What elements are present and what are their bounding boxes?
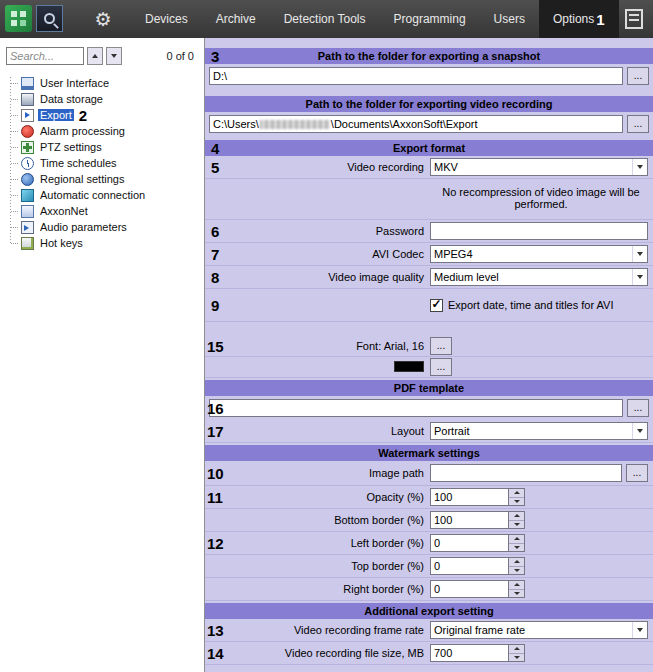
selected-value: MPEG4 — [431, 248, 632, 260]
spin-down-button[interactable] — [509, 544, 524, 552]
video-search-tool-button[interactable] — [36, 5, 63, 32]
right-border-input[interactable] — [431, 581, 508, 597]
path-suffix: \Documents\AxxonSoft\Export — [331, 118, 478, 130]
clock-icon — [21, 157, 34, 170]
color-picker-button[interactable]: ... — [430, 358, 452, 376]
opacity-input[interactable] — [431, 489, 508, 505]
menu-users[interactable]: Users — [480, 0, 539, 38]
storage-icon — [21, 93, 34, 106]
top-border-row: Top border (%) — [205, 555, 653, 578]
sidebar-item-automatic-connection[interactable]: Automatic connection — [0, 187, 204, 203]
pdf-template-browse-button[interactable]: ... — [627, 399, 649, 417]
left-border-input[interactable] — [431, 535, 508, 551]
video-recording-row: 5 Video recording MKV — [205, 156, 653, 179]
spin-up-button[interactable] — [509, 489, 524, 498]
spin-down-button[interactable] — [509, 567, 524, 575]
section-title: Export format — [393, 142, 465, 154]
chevron-down-icon — [632, 246, 647, 262]
spin-down-button[interactable] — [509, 521, 524, 529]
sidebar-item-audio-parameters[interactable]: Audio parameters — [0, 219, 204, 235]
layout-panels-icon[interactable] — [625, 9, 643, 29]
menu-archive[interactable]: Archive — [202, 0, 270, 38]
menu-options[interactable]: Options 1 — [539, 0, 619, 38]
sidebar-item-axxonnet[interactable]: AxxonNet — [0, 203, 204, 219]
sidebar-item-label: Data storage — [38, 93, 105, 105]
password-input[interactable] — [430, 222, 648, 240]
menu-detection-tools[interactable]: Detection Tools — [270, 0, 380, 38]
opacity-spinner[interactable] — [430, 488, 525, 506]
right-border-row: Right border (%) — [205, 578, 653, 601]
menu-devices[interactable]: Devices — [131, 0, 202, 38]
video-path-input[interactable]: C:\Users\\Documents\AxxonSoft\Export — [209, 115, 623, 133]
bottom-border-spinner[interactable] — [430, 511, 525, 529]
menu-label: Archive — [216, 12, 256, 26]
search-prev-button[interactable] — [87, 47, 103, 65]
font-color-label-area — [205, 361, 430, 374]
spin-up-button[interactable] — [509, 645, 524, 654]
layout-row: 17 Layout Portrait — [205, 420, 653, 443]
layout-select[interactable]: Portrait — [430, 422, 648, 440]
sidebar-item-label: Hot keys — [38, 237, 85, 249]
search-input[interactable] — [6, 47, 84, 65]
sidebar-item-regional-settings[interactable]: Regional settings — [0, 171, 204, 187]
field-label: Password — [205, 225, 430, 237]
left-border-spinner[interactable] — [430, 534, 525, 552]
callout-1: 1 — [596, 11, 604, 28]
avi-titles-checkbox[interactable] — [430, 299, 443, 312]
keyboard-icon — [21, 237, 34, 250]
image-path-row: 10 Image path ... — [205, 461, 653, 486]
frame-rate-select[interactable]: Original frame rate — [430, 621, 648, 639]
path-prefix: C:\Users\ — [213, 118, 259, 130]
image-path-input[interactable] — [430, 464, 622, 482]
sidebar-item-hot-keys[interactable]: Hot keys — [0, 235, 204, 251]
menu-programming[interactable]: Programming — [380, 0, 480, 38]
settings-gear-icon[interactable] — [83, 0, 123, 38]
video-format-select[interactable]: MKV — [430, 158, 648, 176]
callout-9: 9 — [211, 298, 219, 313]
sidebar-item-export[interactable]: Export2 — [0, 107, 204, 123]
spin-down-button[interactable] — [509, 654, 524, 662]
menu-label: Detection Tools — [284, 12, 366, 26]
chevron-up-icon — [92, 54, 98, 58]
spin-up-button[interactable] — [509, 558, 524, 567]
bottom-border-input[interactable] — [431, 512, 508, 528]
image-path-browse-button[interactable]: ... — [626, 464, 648, 482]
sidebar-item-alarm-processing[interactable]: Alarm processing — [0, 123, 204, 139]
top-border-input[interactable] — [431, 558, 508, 574]
chevron-down-icon — [632, 269, 647, 285]
snapshot-path-browse-button[interactable]: ... — [627, 67, 649, 85]
format-note-row: No recompression of video image will be … — [205, 179, 653, 220]
video-quality-select[interactable]: Medium level — [430, 268, 648, 286]
spin-up-button[interactable] — [509, 535, 524, 544]
field-label: AVI Codec — [205, 248, 430, 260]
spin-up-button[interactable] — [509, 512, 524, 521]
spin-down-button[interactable] — [509, 498, 524, 506]
callout-7: 7 — [211, 247, 219, 262]
sidebar-item-data-storage[interactable]: Data storage — [0, 91, 204, 107]
spin-down-button[interactable] — [509, 590, 524, 598]
sidebar-search-row: 0 of 0 — [0, 38, 204, 65]
avi-codec-select[interactable]: MPEG4 — [430, 245, 648, 263]
font-picker-button[interactable]: ... — [430, 337, 452, 355]
search-next-button[interactable] — [106, 47, 122, 65]
chevron-down-icon — [632, 622, 647, 638]
settings-tree: User Interface Data storage Export2 Alar… — [0, 75, 204, 251]
section-header-snapshot-path: 3 Path to the folder for exporting a sna… — [205, 48, 653, 64]
top-border-spinner[interactable] — [430, 557, 525, 575]
callout-10: 10 — [207, 466, 224, 481]
file-size-spinner[interactable] — [430, 644, 525, 662]
section-header-video-path: Path to the folder for exporting video r… — [205, 96, 653, 112]
right-border-spinner[interactable] — [430, 580, 525, 598]
sidebar-item-user-interface[interactable]: User Interface — [0, 75, 204, 91]
left-border-row: 12 Left border (%) — [205, 532, 653, 555]
field-label: Video image quality — [205, 271, 430, 283]
font-color-row: ... — [205, 357, 653, 378]
sidebar-item-time-schedules[interactable]: Time schedules — [0, 155, 204, 171]
video-path-browse-button[interactable]: ... — [627, 115, 649, 133]
tree-connector — [11, 115, 18, 116]
file-size-input[interactable] — [431, 645, 508, 661]
pdf-template-input[interactable] — [209, 399, 623, 417]
spin-up-button[interactable] — [509, 581, 524, 590]
snapshot-path-input[interactable] — [209, 67, 623, 85]
sidebar-item-ptz-settings[interactable]: PTZ settings — [0, 139, 204, 155]
